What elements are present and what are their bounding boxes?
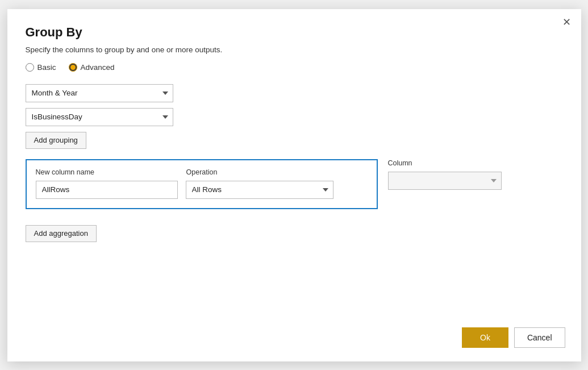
dialog-overlay: ✕ Group By Specify the columns to group … <box>0 0 588 370</box>
radio-basic-label: Basic <box>37 63 56 72</box>
new-column-name-label: New column name <box>36 168 186 176</box>
cancel-button[interactable]: Cancel <box>514 327 565 348</box>
column-section: Column <box>388 159 502 190</box>
radio-basic-option[interactable]: Basic <box>26 63 56 72</box>
close-button[interactable]: ✕ <box>562 17 571 27</box>
dialog-footer: Ok Cancel <box>462 327 565 348</box>
ok-button[interactable]: Ok <box>462 327 508 348</box>
aggregation-section: New column name Operation All Rows Sum A… <box>26 159 378 209</box>
radio-group: Basic Advanced <box>26 63 563 72</box>
group-by-dialog: ✕ Group By Specify the columns to group … <box>7 9 581 361</box>
aggregation-outer-row: New column name Operation All Rows Sum A… <box>26 159 563 217</box>
radio-advanced-input[interactable] <box>69 63 77 72</box>
operation-dropdown[interactable]: All Rows Sum Average Min Max Count <box>186 181 333 199</box>
radio-basic-input[interactable] <box>26 63 34 72</box>
grouping-dropdown-1[interactable]: Month & Year Month Year Date <box>26 84 173 102</box>
aggregation-labels-row: New column name Operation <box>36 168 368 176</box>
radio-advanced-option[interactable]: Advanced <box>69 63 115 72</box>
operation-label: Operation <box>186 168 334 176</box>
dialog-subtitle: Specify the columns to group by and one … <box>26 45 563 54</box>
column-label: Column <box>388 159 502 167</box>
aggregation-inputs-row: All Rows Sum Average Min Max Count <box>36 181 368 199</box>
dialog-title: Group By <box>26 25 563 40</box>
new-column-name-input[interactable] <box>36 181 178 199</box>
column-dropdown[interactable] <box>388 172 502 190</box>
radio-advanced-label: Advanced <box>81 63 115 72</box>
grouping-section: Month & Year Month Year Date IsBusinessD… <box>26 84 563 149</box>
add-aggregation-button[interactable]: Add aggregation <box>26 225 97 242</box>
add-grouping-button[interactable]: Add grouping <box>26 132 86 149</box>
grouping-dropdown-2[interactable]: IsBusinessDay Date Month Year <box>26 108 173 126</box>
